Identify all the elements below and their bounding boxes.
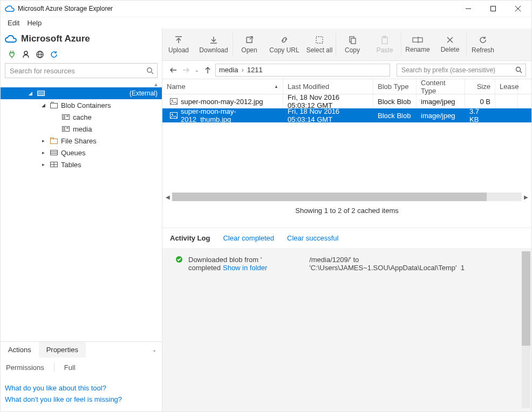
tree-label: Queues — [61, 149, 86, 157]
tree-label: File Shares — [61, 137, 97, 145]
col-size[interactable]: Size — [465, 79, 495, 94]
nav-back-button[interactable] — [168, 64, 179, 76]
feedback-dislike-link[interactable]: What don't you like or feel is missing? — [5, 394, 158, 405]
table-row[interactable]: super-moon-may-2012_thumb.jpg Fri, 18 No… — [162, 108, 531, 122]
tree-node-file-shares[interactable]: ▸ File Shares — [1, 135, 162, 147]
container-icon — [50, 102, 58, 108]
col-last-modified[interactable]: Last Modified — [283, 79, 373, 94]
horizontal-scrollbar[interactable]: ◀ ▶ — [162, 191, 531, 202]
left-tabs: Actions Properties ⌄ — [1, 341, 162, 358]
prefix-search[interactable] — [397, 64, 526, 77]
copy-url-button[interactable]: Copy URL — [265, 29, 303, 60]
resource-search[interactable] — [5, 63, 158, 78]
activity-msg-2: completed — [188, 264, 221, 272]
tab-actions[interactable]: Actions — [1, 342, 39, 358]
refresh-button[interactable]: Refresh — [467, 29, 499, 60]
feedback-like-link[interactable]: What do you like about this tool? — [5, 382, 158, 394]
image-icon — [170, 98, 178, 105]
content-panel: Upload Download Open Copy URL Selec — [162, 29, 531, 411]
cell-name: super-moon-may-2012.jpg — [181, 98, 263, 106]
chevron-right-icon: ▸ — [40, 162, 46, 167]
explorer-panel: Microsoft Azure ▲ ◢ (External) — [1, 29, 162, 411]
chevron-down-icon: ◢ — [40, 102, 46, 108]
copy-icon — [348, 36, 357, 44]
svg-line-9 — [152, 72, 154, 74]
paste-button: Paste — [369, 29, 401, 60]
tree-label: media — [73, 125, 92, 133]
svg-rect-17 — [63, 115, 65, 117]
scroll-right-icon[interactable]: ▶ — [524, 194, 528, 200]
cell-name: super-moon-may-2012_thumb.jpg — [181, 107, 278, 123]
plug-icon[interactable] — [8, 50, 16, 59]
vertical-scrollbar[interactable] — [522, 251, 530, 408]
tree-label: cache — [73, 113, 92, 121]
scroll-up-icon[interactable]: ▲ — [1, 80, 162, 87]
tab-properties[interactable]: Properties — [39, 342, 86, 358]
tree-label: Blob Containers — [61, 101, 111, 109]
tree-node-media[interactable]: media — [1, 123, 162, 135]
tree-node-blob-containers[interactable]: ◢ Blob Containers — [1, 99, 162, 111]
activity-msg-1: Downloaded blob from ' — [188, 256, 262, 264]
copy-button[interactable]: Copy — [336, 29, 369, 60]
scroll-thumb[interactable] — [522, 251, 530, 346]
open-icon — [245, 36, 254, 44]
menu-bar: Edit Help — [1, 17, 531, 29]
download-button[interactable]: Download — [195, 29, 233, 60]
window-close-button[interactable] — [506, 1, 530, 17]
col-content-type[interactable]: Content Type — [417, 79, 465, 94]
refresh-icon[interactable] — [50, 51, 58, 58]
feedback-links: What do you like about this tool? What d… — [1, 377, 162, 411]
svg-rect-21 — [63, 127, 65, 129]
window-minimize-button[interactable] — [456, 1, 481, 17]
scroll-track[interactable] — [172, 193, 522, 201]
prefix-search-input[interactable] — [400, 66, 515, 74]
nav-up-button[interactable] — [202, 64, 213, 76]
svg-rect-39 — [413, 38, 422, 42]
subscription-icon — [37, 91, 45, 96]
delete-button[interactable]: Delete — [434, 29, 466, 60]
breadcrumb-seg[interactable]: media — [219, 66, 238, 74]
tree-node-queues[interactable]: ▸ Queues — [1, 147, 162, 159]
permissions-value: Full — [64, 363, 76, 372]
tree-node-cache[interactable]: cache — [1, 111, 162, 123]
clear-successful-link[interactable]: Clear successful — [287, 234, 338, 242]
chevron-right-icon: ▸ — [40, 150, 46, 155]
col-blob-type[interactable]: Blob Type — [373, 79, 417, 94]
chevron-down-icon[interactable]: ⌄ — [195, 67, 199, 73]
col-lease[interactable]: Lease — [495, 79, 518, 94]
window-maximize-button[interactable] — [481, 1, 506, 17]
activity-count: 1 — [461, 264, 465, 272]
blob-grid: Name▲ Last Modified Blob Type Content Ty… — [162, 79, 531, 228]
tree-node-tables[interactable]: ▸ Tables — [1, 159, 162, 170]
tree-node-account[interactable]: ◢ (External) — [1, 87, 162, 99]
scroll-left-icon[interactable]: ◀ — [166, 194, 170, 200]
chevron-down-icon[interactable]: ⌄ — [152, 347, 162, 353]
tree-label: Tables — [61, 161, 81, 169]
clear-completed-link[interactable]: Clear completed — [223, 234, 274, 242]
table-row[interactable]: super-moon-may-2012.jpg Fri, 18 Nov 2016… — [162, 94, 531, 108]
scroll-thumb[interactable] — [172, 193, 487, 201]
svg-rect-34 — [316, 37, 323, 43]
globe-icon[interactable] — [36, 51, 44, 58]
menu-edit[interactable]: Edit — [4, 19, 23, 27]
breadcrumb-seg[interactable]: 1211 — [247, 66, 263, 74]
select-all-button[interactable]: Select all — [303, 29, 336, 60]
breadcrumb[interactable]: media › 1211 — [215, 64, 390, 77]
blob-icon — [62, 126, 70, 132]
svg-point-46 — [172, 100, 173, 101]
resource-search-input[interactable] — [9, 66, 146, 75]
activity-path: /media/1209/' to 'C:\Users\JAMES~1.SOU\A… — [309, 256, 456, 272]
cell-size: 0 B — [480, 98, 490, 106]
col-name[interactable]: Name▲ — [162, 79, 283, 94]
rename-button[interactable]: Rename — [401, 29, 434, 60]
upload-button[interactable]: Upload — [162, 29, 195, 60]
person-icon[interactable] — [22, 51, 30, 58]
open-button[interactable]: Open — [233, 29, 265, 60]
menu-help[interactable]: Help — [23, 19, 45, 27]
chevron-down-icon: ◢ — [28, 91, 33, 96]
show-in-folder-link[interactable]: Show in folder — [223, 264, 267, 272]
svg-point-4 — [24, 51, 28, 54]
cell-blobtype: Block Blob — [378, 98, 411, 106]
azure-header-text: Microsoft Azure — [21, 33, 90, 44]
permissions-row: Permissions Full — [1, 358, 162, 377]
